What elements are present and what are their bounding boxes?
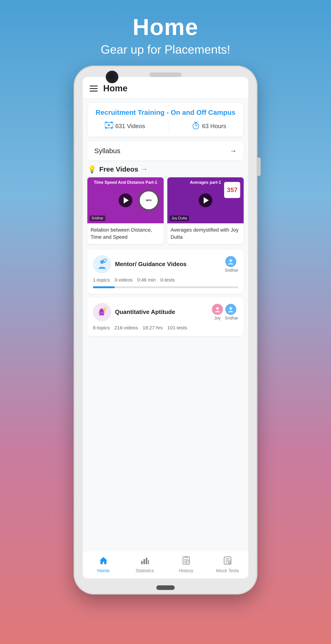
- page-subtitle: Gear up for Placements!: [101, 42, 230, 56]
- qa-videos-count: 216-videos: [114, 325, 138, 330]
- phone-speaker: [149, 72, 182, 77]
- svg-point-22: [103, 308, 106, 310]
- free-videos-arrow: →: [141, 166, 148, 173]
- history-icon: [182, 556, 190, 567]
- topic-card-qa-header: Quantitative Aptitude: [93, 303, 238, 321]
- svg-line-27: [106, 308, 107, 308]
- topic-icon-area-mentor: Mentor/ Guidance Videos: [93, 255, 187, 274]
- video-card-1[interactable]: Time Speed And Distance Part-1 Sridhar R…: [87, 177, 164, 244]
- free-videos-title: Free Videos: [99, 165, 138, 173]
- video-cards-row: Time Speed And Distance Part-1 Sridhar R…: [87, 177, 244, 244]
- qa-duration: 18:27 hrs: [142, 325, 163, 330]
- syllabus-arrow-icon: →: [230, 147, 237, 155]
- topic-card-mentor-header: Mentor/ Guidance Videos: [93, 255, 238, 274]
- svg-rect-3: [105, 127, 107, 129]
- numbers-decoration: 357: [224, 182, 240, 198]
- sridhar-avatar-qa: [225, 303, 237, 315]
- joy-label: Joy: [212, 316, 223, 320]
- syllabus-label: Syllabus: [94, 147, 120, 155]
- video1-description: Relation between Distance, Time and Spee…: [87, 223, 164, 244]
- instructor-tag-2: Joy Dutta: [170, 216, 189, 221]
- clock-icon: [192, 121, 200, 131]
- speedometer-decoration: [138, 190, 159, 211]
- bottom-nav: Home Statistics: [83, 551, 248, 578]
- svg-line-17: [103, 259, 103, 260]
- phone-shell: Home Recruitment Training - On and Off C…: [73, 66, 258, 594]
- sridhar-label-mentor: Sridhar: [225, 268, 238, 273]
- syllabus-card[interactable]: Syllabus →: [87, 142, 244, 160]
- instructor-tag-1: Sridhar: [90, 216, 105, 221]
- mentor-topic-stats: 1-topics 3-videos 0:46 min 0-tests: [93, 277, 238, 283]
- qa-instructors: Joy Sridhar: [212, 303, 238, 320]
- phone-side-button: [258, 158, 261, 176]
- svg-marker-5: [108, 124, 111, 126]
- joy-avatar: [212, 303, 223, 315]
- app-title: Home: [103, 84, 128, 94]
- nav-statistics[interactable]: Statistics: [124, 551, 165, 578]
- mentor-duration: 0:46 min: [137, 277, 156, 283]
- qa-topic-stats: 8-topics 216-videos 18:27 hrs 101-tests: [93, 325, 238, 330]
- video-thumbnail-2: Averages part-1 357 Joy Dutta: [167, 177, 244, 223]
- mentor-progress-bar: [93, 286, 238, 288]
- topic-icon-area-qa: Quantitative Aptitude: [93, 303, 175, 321]
- play-button-1[interactable]: [119, 194, 132, 207]
- svg-line-26: [103, 308, 103, 308]
- svg-line-10: [194, 122, 195, 122]
- stat-divider: [168, 122, 169, 131]
- svg-rect-4: [111, 127, 112, 129]
- nav-mock-tests[interactable]: Mock Tests: [207, 551, 248, 578]
- videos-count: 631 Videos: [115, 122, 145, 130]
- course-title: Recruitment Training - On and Off Campus: [93, 108, 238, 116]
- play-triangle-1: [124, 197, 129, 204]
- svg-point-29: [216, 307, 219, 310]
- statistics-icon: [141, 556, 149, 567]
- nav-history-label: History: [179, 568, 193, 574]
- topic-card-mentor[interactable]: Mentor/ Guidance Videos: [87, 250, 244, 294]
- svg-point-13: [103, 259, 106, 262]
- mentor-topic-name: Mentor/ Guidance Videos: [115, 260, 187, 268]
- nav-home-label: Home: [97, 568, 109, 574]
- qa-topics-count: 8-topics: [93, 325, 110, 330]
- qa-icon-bg: [93, 303, 111, 321]
- svg-marker-31: [99, 557, 107, 564]
- page-title: Home: [101, 14, 230, 40]
- mock-tests-icon: [224, 556, 232, 567]
- video-icon: [105, 122, 113, 131]
- home-icon: [99, 556, 108, 567]
- phone-home-indicator: [156, 585, 175, 590]
- video-card-2[interactable]: Averages part-1 357 Joy Dutta Averages: [167, 177, 244, 244]
- nav-statistics-label: Statistics: [136, 568, 154, 574]
- bulb-icon: 💡: [87, 165, 96, 174]
- topic-card-qa[interactable]: Quantitative Aptitude: [87, 298, 244, 336]
- phone-screen: Home Recruitment Training - On and Off C…: [83, 77, 248, 578]
- course-stats: 631 Videos: [93, 121, 238, 131]
- svg-point-19: [229, 259, 232, 262]
- app-content[interactable]: Recruitment Training - On and Off Campus: [83, 98, 248, 551]
- hours-count: 63 Hours: [202, 122, 226, 130]
- hamburger-menu[interactable]: [90, 86, 98, 92]
- nav-history[interactable]: History: [165, 551, 207, 578]
- play-button-2[interactable]: [199, 194, 212, 207]
- svg-rect-37: [185, 556, 186, 558]
- free-videos-header: 💡 Free Videos →: [87, 165, 244, 174]
- sridhar-label-qa: Sridhar: [225, 316, 238, 320]
- play-triangle-2: [204, 197, 209, 204]
- page-header: Home Gear up for Placements!: [101, 0, 230, 66]
- mentor-avatars: Sridhar: [225, 256, 238, 273]
- svg-line-18: [106, 259, 107, 260]
- svg-rect-2: [111, 122, 112, 123]
- hours-stat: 63 Hours: [192, 121, 226, 131]
- nav-home[interactable]: Home: [83, 551, 124, 578]
- svg-rect-38: [186, 556, 188, 558]
- video2-description: Averages demystified with Joy Dutta: [167, 223, 244, 244]
- mentor-progress-fill: [93, 286, 115, 288]
- svg-point-21: [100, 308, 103, 312]
- videos-stat: 631 Videos: [105, 122, 145, 131]
- video1-label: Time Speed And Distance Part-1: [87, 180, 164, 185]
- sridhar-avatar-mentor: [225, 256, 237, 268]
- qa-avatars: Joy Sridhar: [212, 303, 238, 320]
- mentor-videos-count: 3-videos: [114, 277, 133, 283]
- svg-point-30: [229, 307, 232, 310]
- course-card: Recruitment Training - On and Off Campus: [87, 103, 244, 137]
- qa-topic-name: Quantitative Aptitude: [115, 308, 175, 316]
